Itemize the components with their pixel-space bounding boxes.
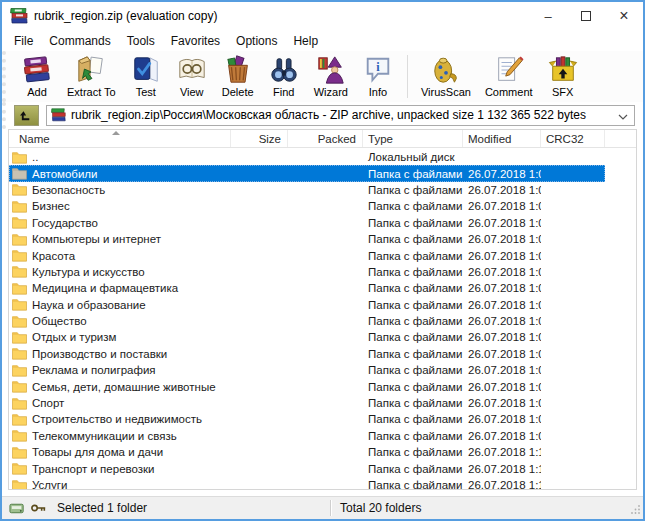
file-type: Папка с файлами	[363, 200, 463, 212]
table-row[interactable]: Телекоммуникации и связь Папка с файлами…	[9, 428, 605, 444]
menu-tools[interactable]: Tools	[119, 32, 163, 50]
folder-icon	[12, 446, 27, 459]
view-book-icon	[176, 54, 208, 85]
test-button[interactable]: Test	[123, 52, 169, 101]
file-modified: 26.07.2018 1:04	[463, 331, 541, 343]
table-row[interactable]: Семья, дети, домашние животные Папка с ф…	[9, 378, 605, 394]
table-row[interactable]: Спорт Папка с файлами 26.07.2018 1:07	[9, 395, 605, 411]
info-button[interactable]: i Info	[355, 52, 401, 101]
maximize-button[interactable]	[567, 2, 605, 30]
chevron-down-icon[interactable]	[618, 106, 628, 124]
menu-commands[interactable]: Commands	[41, 32, 118, 50]
toolbar: Add Extract To Test	[2, 51, 643, 102]
folder-icon	[12, 397, 27, 410]
selection-status: Selected 1 folder	[57, 501, 147, 515]
toolbar-separator	[407, 55, 408, 98]
file-name: Телекоммуникации и связь	[32, 430, 177, 442]
file-type: Папка с файлами	[363, 184, 463, 196]
file-name: ..	[32, 151, 38, 163]
table-row[interactable]: Автомобили Папка с файлами 26.07.2018 1:…	[9, 165, 605, 181]
file-type: Папка с файлами	[363, 299, 463, 311]
add-button[interactable]: Add	[14, 52, 60, 101]
delete-button[interactable]: Delete	[215, 52, 261, 101]
folder-icon	[12, 233, 27, 246]
folder-icon	[12, 462, 27, 475]
table-row[interactable]: Отдых и туризм Папка с файлами 26.07.201…	[9, 329, 605, 345]
up-one-level-button[interactable]	[14, 105, 39, 126]
menu-file[interactable]: File	[6, 32, 41, 50]
file-type: Папка с файлами	[363, 282, 463, 294]
column-header-type[interactable]: Type	[363, 130, 463, 147]
file-name: Медицина и фармацевтика	[32, 282, 178, 294]
comment-button[interactable]: Comment	[478, 52, 540, 101]
key-icon[interactable]	[31, 503, 47, 513]
table-row[interactable]: Безопасность Папка с файлами 26.07.2018 …	[9, 182, 605, 198]
file-name: Товары для дома и дачи	[32, 446, 163, 458]
file-type: Папка с файлами	[363, 479, 463, 489]
archive-path-text: rubrik_region.zip\Россия\Московская обла…	[71, 108, 613, 122]
file-name: Государство	[32, 217, 98, 229]
maximize-icon	[581, 11, 591, 21]
menu-help[interactable]: Help	[285, 32, 326, 50]
table-row[interactable]: Реклама и полиграфия Папка с файлами 26.…	[9, 362, 605, 378]
folder-icon	[12, 413, 27, 426]
archive-path-combobox[interactable]: rubrik_region.zip\Россия\Московская обла…	[46, 105, 635, 126]
table-row[interactable]: .. Локальный диск	[9, 149, 605, 165]
add-archive-icon	[21, 54, 53, 85]
resize-grip[interactable]	[631, 503, 641, 517]
file-name: Производство и поставки	[32, 348, 167, 360]
table-row[interactable]: Наука и образование Папка с файлами 26.0…	[9, 297, 605, 313]
table-row[interactable]: Бизнес Папка с файлами 26.07.2018 1:01	[9, 198, 605, 214]
file-type: Папка с файлами	[363, 381, 463, 393]
file-name: Общество	[32, 315, 87, 327]
folder-icon	[12, 298, 27, 311]
folder-icon	[12, 315, 27, 328]
comment-icon	[493, 54, 525, 85]
column-header-name[interactable]: Name	[9, 130, 231, 147]
folder-icon	[12, 347, 27, 360]
table-row[interactable]: Медицина и фармацевтика Папка с файлами …	[9, 280, 605, 296]
sfx-button[interactable]: SFX	[540, 52, 586, 101]
close-button[interactable]: ×	[605, 2, 643, 30]
folder-icon	[12, 200, 27, 213]
view-button[interactable]: View	[169, 52, 215, 101]
wizard-button[interactable]: Wizard	[307, 52, 355, 101]
window-title: rubrik_region.zip (evaluation copy)	[34, 9, 529, 23]
file-modified: 26.07.2018 1:10	[463, 446, 541, 458]
table-row[interactable]: Культура и искусство Папка с файлами 26.…	[9, 264, 605, 280]
table-row[interactable]: Товары для дома и дачи Папка с файлами 2…	[9, 444, 605, 460]
drive-icon[interactable]	[9, 502, 26, 515]
table-row[interactable]: Услуги Папка с файлами 26.07.2018 1:11	[9, 477, 605, 489]
column-header-packed[interactable]: Packed	[288, 130, 363, 147]
column-header-size[interactable]: Size	[231, 130, 288, 147]
file-modified: 26.07.2018 1:03	[463, 282, 541, 294]
file-name: Безопасность	[32, 184, 105, 196]
address-bar: rubrik_region.zip\Россия\Московская обла…	[2, 102, 643, 129]
status-bar: Selected 1 folder Total 20 folders	[2, 496, 643, 519]
table-row[interactable]: Компьютеры и интернет Папка с файлами 26…	[9, 231, 605, 247]
file-modified: 26.07.2018 1:06	[463, 381, 541, 393]
file-modified: 26.07.2018 1:11	[463, 479, 541, 489]
table-row[interactable]: Красота Папка с файлами 26.07.2018 1:02	[9, 247, 605, 263]
minimize-button[interactable]: –	[529, 2, 567, 30]
file-type: Папка с файлами	[363, 463, 463, 475]
column-header-modified[interactable]: Modified	[463, 130, 541, 147]
menu-favorites[interactable]: Favorites	[163, 32, 228, 50]
find-button[interactable]: Find	[261, 52, 307, 101]
virusscan-button[interactable]: VirusScan	[414, 52, 478, 101]
extract-to-button[interactable]: Extract To	[60, 52, 123, 101]
column-header-crc32[interactable]: CRC32	[541, 130, 605, 147]
menu-options[interactable]: Options	[228, 32, 285, 50]
file-type: Папка с файлами	[363, 168, 463, 180]
file-modified: 26.07.2018 1:07	[463, 397, 541, 409]
table-row[interactable]: Государство Папка с файлами 26.07.2018 1…	[9, 215, 605, 231]
folder-icon	[12, 265, 27, 278]
winrar-logo-icon	[10, 8, 28, 24]
file-modified: 26.07.2018 1:02	[463, 250, 541, 262]
table-row[interactable]: Строительство и недвижимость Папка с фай…	[9, 411, 605, 427]
table-row[interactable]: Производство и поставки Папка с файлами …	[9, 346, 605, 362]
table-row[interactable]: Транспорт и перевозки Папка с файлами 26…	[9, 460, 605, 476]
menu-bar: File Commands Tools Favorites Options He…	[2, 30, 643, 51]
folder-icon	[12, 167, 27, 180]
table-row[interactable]: Общество Папка с файлами 26.07.2018 1:04	[9, 313, 605, 329]
